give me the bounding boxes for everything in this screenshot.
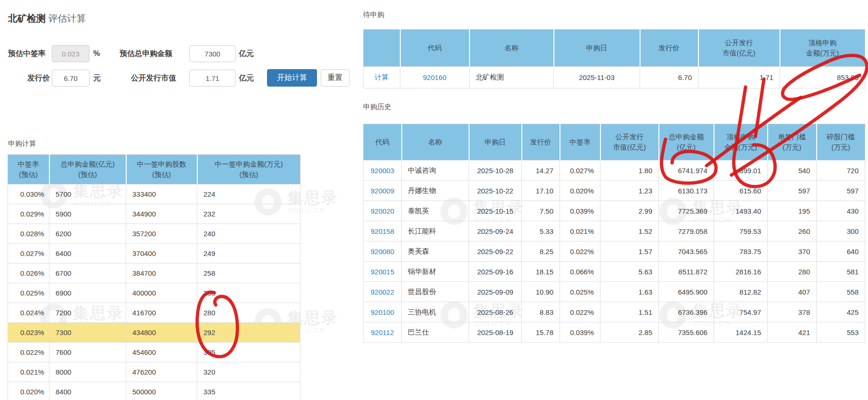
cell: 384700 bbox=[126, 264, 197, 283]
stock-code-link[interactable]: 920160 bbox=[423, 73, 446, 81]
cell: 5700 bbox=[49, 184, 126, 204]
cell: 2025-10-22 bbox=[469, 181, 522, 201]
cell: 416700 bbox=[126, 303, 197, 323]
cell[interactable]: 920022 bbox=[364, 282, 402, 302]
cell: 0.020% bbox=[8, 382, 49, 400]
cell: 0.027% bbox=[8, 244, 49, 264]
stock-code-link[interactable]: 920080 bbox=[371, 248, 394, 256]
cell[interactable]: 920160 bbox=[400, 67, 470, 88]
table-row: 920158长江能科2025-09-245.330.021%1.527279.0… bbox=[364, 221, 865, 241]
cell[interactable]: 计算 bbox=[364, 67, 400, 88]
cell: 754.97 bbox=[714, 302, 768, 322]
total-amount-label: 预估总申购金额 bbox=[120, 45, 172, 62]
cell: 0.026% bbox=[8, 264, 49, 283]
subscription-calc-table: 中签率 (预估) 总申购金额(亿元) (预估) 中一签申购股数 (预估) 中一签… bbox=[8, 154, 300, 400]
cell[interactable]: 920100 bbox=[364, 302, 402, 322]
cell: 0.039% bbox=[560, 322, 600, 343]
stock-code-link[interactable]: 920158 bbox=[371, 227, 394, 235]
cell: 280 bbox=[768, 262, 817, 282]
cell: 640 bbox=[817, 241, 865, 262]
reset-button[interactable]: 重置 bbox=[321, 69, 349, 87]
cell: 14.27 bbox=[522, 160, 560, 181]
cell: 759.53 bbox=[714, 221, 768, 241]
cell: 奥美森 bbox=[402, 241, 469, 262]
column-header: 名称 bbox=[402, 124, 469, 160]
cell[interactable]: 920015 bbox=[364, 262, 402, 282]
cell: 8400 bbox=[49, 382, 126, 400]
stock-code-link[interactable]: 920020 bbox=[371, 207, 394, 215]
issue-price-input[interactable] bbox=[52, 70, 89, 87]
page-subtitle: 评估计算 bbox=[49, 13, 86, 24]
cell: 18.15 bbox=[522, 262, 560, 282]
table-row: 0.025%6900400000268 bbox=[8, 283, 300, 303]
cell: 0.021% bbox=[8, 362, 49, 382]
cell[interactable]: 920112 bbox=[364, 322, 402, 343]
column-header: 申购日 bbox=[469, 124, 522, 160]
cell: 476200 bbox=[126, 362, 197, 382]
stock-code-link[interactable]: 920003 bbox=[371, 167, 394, 175]
column-header: 碎股门槛 (万元) bbox=[817, 124, 865, 160]
column-header: 中一签申购股数 (预估) bbox=[126, 155, 197, 184]
cell: 6130.173 bbox=[659, 181, 714, 201]
column-header: 代码 bbox=[364, 124, 402, 160]
column-header: 中签率 (预估) bbox=[8, 155, 49, 184]
cell: 6736.396 bbox=[659, 302, 714, 322]
cell: 2025-09-24 bbox=[469, 221, 522, 241]
cell: 268 bbox=[197, 283, 300, 303]
cell[interactable]: 920020 bbox=[364, 201, 402, 221]
stock-code-link[interactable]: 920009 bbox=[371, 187, 394, 195]
stock-code-link[interactable]: 920022 bbox=[371, 288, 394, 296]
start-calculate-button[interactable]: 开始计算 bbox=[267, 69, 317, 87]
stock-code-link[interactable]: 920112 bbox=[371, 328, 394, 336]
cell: 2.85 bbox=[600, 322, 659, 343]
cell: 7600 bbox=[49, 343, 126, 362]
cell: 5900 bbox=[49, 204, 126, 224]
cell: 1.52 bbox=[600, 221, 659, 241]
table-row: 920003中诚咨询2025-10-2814.270.027%1.806741.… bbox=[364, 160, 865, 181]
cell: 232 bbox=[197, 204, 300, 224]
cell: 454600 bbox=[126, 343, 197, 362]
cell: 6700 bbox=[49, 264, 126, 283]
cell: 258 bbox=[197, 264, 300, 283]
history-section-title: 申购历史 bbox=[363, 103, 391, 112]
market-cap-unit: 亿元 bbox=[239, 70, 254, 87]
cell: 0.066% bbox=[560, 262, 600, 282]
cell: 899.01 bbox=[714, 160, 768, 181]
cell: 2025-09-22 bbox=[469, 241, 522, 262]
cell[interactable]: 920080 bbox=[364, 241, 402, 262]
cell: 370 bbox=[768, 241, 817, 262]
column-header: 发行价 bbox=[522, 124, 560, 160]
cell: 344900 bbox=[126, 204, 197, 224]
cell: 1.71 bbox=[698, 67, 780, 88]
cell: 中诚咨询 bbox=[402, 160, 469, 181]
table-row: 0.021%8000476200320 bbox=[8, 362, 300, 382]
issue-price-label: 发行价 bbox=[27, 70, 50, 87]
market-cap-input[interactable] bbox=[189, 70, 235, 87]
column-header: 公开发行 市值(亿元) bbox=[698, 30, 780, 67]
calc-section-title: 申购计算 bbox=[8, 139, 36, 148]
rate-label: 预估中签率 bbox=[8, 45, 46, 62]
cell: 292 bbox=[197, 323, 300, 343]
cell: 2025-10-28 bbox=[469, 160, 522, 181]
stock-name-title: 北矿检测 bbox=[8, 13, 46, 24]
cell: 0.022% bbox=[8, 343, 49, 362]
cell: 8.25 bbox=[522, 241, 560, 262]
calc-link[interactable]: 计算 bbox=[375, 73, 389, 81]
cell: 0.020% bbox=[560, 181, 600, 201]
table-row: 920080奥美森2025-09-228.250.022%1.577043.56… bbox=[364, 241, 865, 262]
cell: 1.80 bbox=[600, 160, 659, 181]
rate-input[interactable] bbox=[52, 45, 89, 62]
cell: 6495.900 bbox=[659, 282, 714, 302]
cell: 2025-09-16 bbox=[469, 262, 522, 282]
total-amount-input[interactable] bbox=[189, 45, 235, 62]
cell[interactable]: 920009 bbox=[364, 181, 402, 201]
column-header: 名称 bbox=[470, 30, 554, 67]
cell: 240 bbox=[197, 224, 300, 244]
cell: 8.83 bbox=[522, 302, 560, 322]
cell: 0.023% bbox=[8, 323, 49, 343]
stock-code-link[interactable]: 920100 bbox=[371, 308, 394, 316]
cell[interactable]: 920158 bbox=[364, 221, 402, 241]
cell: 1424.15 bbox=[714, 322, 768, 343]
cell[interactable]: 920003 bbox=[364, 160, 402, 181]
stock-code-link[interactable]: 920015 bbox=[371, 268, 394, 276]
